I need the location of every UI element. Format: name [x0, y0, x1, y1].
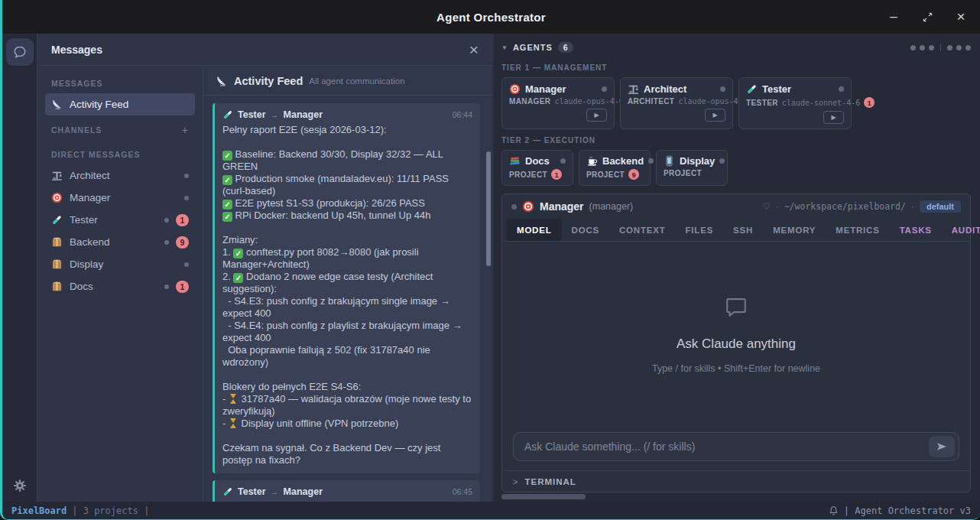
test-tube-icon: [222, 486, 233, 497]
settings-button[interactable]: [13, 479, 27, 492]
app-window: Agent Orchestrator – ×: [0, 0, 980, 520]
message-timestamp: 06:44: [453, 110, 472, 119]
sidebar-item-label: Architect: [70, 170, 110, 181]
agent-card-backend[interactable]: Backend PROJECT 9: [579, 150, 651, 186]
agent-name: Display: [680, 155, 715, 167]
status-bar: PixelBoard | 3 projects | | Agent Orches…: [2, 502, 980, 519]
sidebar-item-label: Display: [70, 258, 103, 270]
test-tube-icon: [51, 214, 63, 226]
send-arrow-icon: [936, 442, 947, 451]
status-dot: [560, 158, 566, 164]
sidebar-item-label: Manager: [70, 192, 110, 203]
package-icon: [51, 236, 63, 248]
unread-badge: 1: [176, 214, 189, 226]
agent-badge: 1: [864, 97, 875, 108]
agent-dot: [947, 45, 952, 50]
tab-memory[interactable]: MEMORY: [763, 219, 826, 241]
tab-model[interactable]: MODEL: [507, 219, 562, 241]
chevron-right-icon: >: [513, 477, 518, 486]
test-tube-icon: [222, 109, 233, 120]
agent-dot: [929, 45, 934, 50]
status-projects: | 3 projects |: [72, 505, 149, 516]
check-icon: ✓: [222, 175, 232, 185]
sidebar-item-label: Backend: [70, 236, 110, 248]
tab-docs[interactable]: DOCS: [562, 219, 609, 241]
tab-tasks[interactable]: TASKS: [890, 219, 942, 241]
agent-card-manager[interactable]: Manager MANAGER claude-opus-4-6 ▶: [501, 77, 615, 129]
smartphone-icon: [664, 155, 675, 167]
feed-scrollbar[interactable]: [486, 151, 491, 266]
hourglass-icon: [230, 418, 237, 428]
activity-feed: Activity Feed All agent communication Te…: [203, 66, 492, 502]
play-button[interactable]: ▶: [823, 111, 844, 124]
feed-message: Tester → Manager 06:44 Pełny raport E2E …: [213, 103, 480, 473]
tab-metrics[interactable]: METRICS: [826, 219, 889, 241]
play-button[interactable]: ▶: [586, 109, 607, 122]
sidebar-item-display[interactable]: Display: [45, 253, 195, 275]
chat-input[interactable]: [524, 440, 929, 453]
left-rail: [2, 34, 37, 502]
maximize-button[interactable]: [919, 8, 936, 25]
sidebar-item-activity-feed[interactable]: Activity Feed: [45, 93, 195, 115]
agents-count-badge: 6: [558, 42, 573, 53]
agent-card-display[interactable]: Display PROJECT: [656, 150, 728, 186]
close-button[interactable]: ×: [952, 8, 969, 25]
chat-bubble-outline-icon: [723, 294, 749, 320]
profile-badge[interactable]: default: [920, 200, 961, 213]
agent-dot: [965, 45, 971, 50]
package-icon: [51, 281, 63, 292]
message-body: Excellent! Edge case testy już gotowe (d…: [222, 501, 472, 502]
sidebar-item-architect[interactable]: Architect: [45, 164, 195, 187]
section-channels: CHANNELS +: [45, 115, 195, 141]
sidebar-item-label: Tester: [70, 214, 98, 226]
tab-context[interactable]: CONTEXT: [609, 219, 676, 241]
collapse-caret-icon: ▼: [501, 44, 508, 51]
favorite-heart-icon[interactable]: ♡: [762, 201, 771, 212]
chat-input-row: [502, 426, 970, 470]
feed-scroll-area[interactable]: Tester → Manager 06:44 Pełny raport E2E …: [203, 96, 492, 502]
sidebar-item-backend[interactable]: Backend 9: [45, 231, 195, 253]
agent-model: claude-opus-4-6: [554, 97, 623, 106]
maximize-icon: [923, 12, 933, 22]
terminal-label: TERMINAL: [524, 477, 576, 486]
satellite-dish-icon: [51, 99, 63, 110]
books-icon: [509, 155, 521, 167]
agent-dot: [920, 45, 925, 50]
window-title: Agent Orchestrator: [436, 11, 546, 24]
status-version: | Agent Orchestrator v3: [844, 505, 971, 516]
horizontal-scrollbar-thumb[interactable]: [501, 494, 586, 499]
arrow-icon: →: [271, 110, 279, 119]
agent-card-docs[interactable]: Docs PROJECT 1: [501, 150, 573, 186]
agent-card-tester[interactable]: Tester TESTER claude-sonnet-4-6 1 ▶: [738, 77, 852, 129]
play-button[interactable]: ▶: [705, 109, 725, 122]
send-button[interactable]: [929, 436, 955, 457]
bell-icon[interactable]: [829, 505, 839, 515]
sidebar-item-docs[interactable]: Docs 1: [45, 275, 195, 297]
agent-card-architect[interactable]: Architect ARCHITECT claude-opus-4-6 ▶: [620, 77, 733, 129]
agent-model: claude-opus-4-6: [678, 97, 747, 106]
workspace-path: ~/workspace/pixelboard/: [784, 201, 906, 212]
agent-role: ARCHITECT: [628, 97, 674, 106]
section-channels-label: CHANNELS: [51, 125, 102, 135]
minimize-button[interactable]: –: [885, 8, 902, 25]
agent-role: PROJECT: [664, 169, 702, 177]
agent-name: Docs: [525, 155, 550, 167]
message-to: Manager: [284, 486, 323, 497]
tab-ssh[interactable]: SSH: [723, 219, 763, 241]
target-icon: [522, 200, 534, 213]
section-messages: MESSAGES: [45, 70, 195, 93]
terminal-section-header[interactable]: > TERMINAL: [502, 470, 970, 492]
tab-audit[interactable]: AUDIT: [942, 219, 980, 241]
agent-badge: 1: [551, 169, 562, 180]
sidebar-item-tester[interactable]: Tester 1: [45, 209, 195, 231]
messages-rail-button[interactable]: [6, 38, 34, 66]
agents-section-header[interactable]: ▼ AGENTS 6: [501, 38, 971, 57]
add-channel-button[interactable]: +: [182, 124, 189, 136]
sidebar-item-manager[interactable]: Manager: [45, 187, 195, 209]
messages-close-button[interactable]: ×: [469, 41, 479, 57]
check-icon: ✓: [222, 200, 232, 210]
tab-files[interactable]: FILES: [676, 219, 724, 241]
coffee-icon: [586, 155, 598, 167]
sidebar-item-label: Activity Feed: [70, 99, 128, 110]
title-bar: Agent Orchestrator – ×: [2, 0, 980, 34]
